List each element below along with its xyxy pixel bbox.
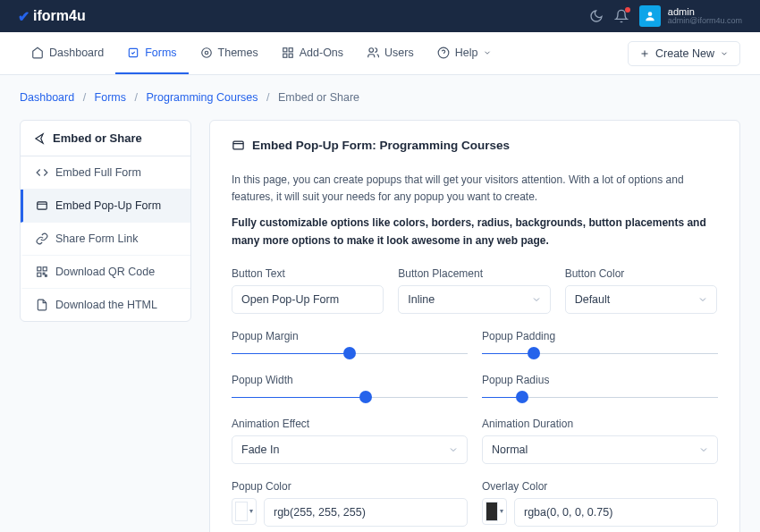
button-text-input[interactable] [232, 285, 384, 314]
svg-rect-4 [283, 47, 286, 51]
svg-rect-19 [233, 141, 243, 149]
popup-icon [232, 139, 245, 152]
button-color-select[interactable]: Default [565, 285, 717, 314]
chevron-down-icon [483, 48, 492, 57]
popup-margin-label: Popup Margin [232, 330, 468, 342]
notifications-icon[interactable] [614, 9, 629, 23]
plus-icon [639, 48, 650, 59]
svg-rect-7 [289, 54, 292, 57]
nav-forms[interactable]: Forms [115, 32, 188, 74]
button-color-label: Button Color [565, 267, 717, 280]
breadcrumb-current: Embed or Share [278, 91, 359, 104]
sidebar-item-embed-full[interactable]: Embed Full Form [21, 156, 190, 190]
logo-mark-icon: ✔ [18, 8, 30, 25]
sidebar-item-qr[interactable]: Download QR Code [21, 256, 190, 289]
notification-dot [625, 7, 630, 13]
nav-users[interactable]: Users [355, 32, 426, 74]
popup-width-slider[interactable] [232, 397, 468, 398]
svg-rect-18 [46, 275, 47, 277]
intro-text-1: In this page, you can create popups that… [232, 172, 718, 206]
svg-point-8 [369, 47, 374, 52]
svg-rect-6 [283, 54, 286, 57]
share-icon [33, 132, 46, 145]
navbar: Dashboard Forms Themes Add-Ons Users Hel… [0, 32, 760, 75]
popup-margin-slider[interactable] [232, 353, 468, 354]
sidebar: Embed or Share Embed Full Form Embed Pop… [20, 120, 191, 322]
popup-color-input[interactable] [264, 498, 468, 527]
intro-text-2: Fully customizable options like colors, … [232, 215, 718, 249]
main-panel: Embed Pop-Up Form: Programming Courses I… [209, 120, 740, 532]
chevron-down-icon [720, 49, 729, 58]
brand-name: iform4u [33, 8, 86, 24]
popup-color-label: Popup Color [232, 480, 468, 493]
popup-padding-label: Popup Padding [482, 330, 718, 342]
svg-point-3 [205, 51, 208, 55]
topbar-right: admin admin@iform4u.com [589, 5, 742, 27]
popup-padding-slider[interactable] [482, 353, 718, 354]
nav-themes[interactable]: Themes [189, 32, 270, 74]
users-icon [367, 46, 379, 59]
overlay-color-label: Overlay Color [482, 480, 718, 493]
caret-down-icon: ▾ [249, 507, 253, 515]
link-icon [36, 232, 48, 245]
sidebar-item-share-link[interactable]: Share Form Link [21, 223, 190, 256]
user-email: admin@iform4u.com [668, 17, 742, 26]
qr-icon [36, 266, 48, 278]
nav-addons[interactable]: Add-Ons [270, 32, 355, 74]
breadcrumb-forms[interactable]: Forms [95, 91, 126, 104]
themes-icon [200, 46, 213, 59]
forms-icon [127, 46, 139, 59]
sidebar-item-html[interactable]: Download the HTML [21, 289, 190, 321]
animation-effect-select[interactable]: Fade In [232, 435, 468, 464]
popup-icon [36, 199, 48, 212]
breadcrumb: Dashboard / Forms / Programming Courses … [20, 91, 740, 104]
sidebar-item-embed-popup[interactable]: Embed Pop-Up Form [21, 190, 190, 223]
overlay-color-swatch[interactable]: ▾ [482, 498, 507, 525]
popup-radius-label: Popup Radius [482, 374, 718, 386]
user-menu[interactable]: admin admin@iform4u.com [639, 5, 742, 27]
topbar: ✔ iform4u admin admin@iform4u.com [0, 0, 760, 32]
animation-duration-select[interactable]: Normal [482, 435, 718, 464]
download-icon [36, 299, 48, 311]
caret-down-icon: ▾ [500, 507, 503, 515]
animation-effect-label: Animation Effect [232, 418, 468, 430]
help-icon [437, 46, 450, 59]
svg-rect-15 [43, 267, 46, 271]
breadcrumb-dashboard[interactable]: Dashboard [20, 91, 74, 104]
svg-rect-5 [289, 47, 292, 51]
logo[interactable]: ✔ iform4u [18, 8, 86, 25]
svg-point-2 [201, 47, 211, 57]
button-placement-label: Button Placement [398, 267, 550, 280]
avatar [639, 5, 661, 27]
theme-toggle-icon[interactable] [589, 9, 604, 23]
create-new-button[interactable]: Create New [628, 41, 740, 66]
home-icon [31, 46, 44, 59]
nav-help[interactable]: Help [426, 32, 504, 74]
nav-dashboard[interactable]: Dashboard [20, 32, 115, 74]
overlay-color-input[interactable] [514, 498, 718, 527]
popup-radius-slider[interactable] [482, 397, 718, 398]
sidebar-header: Embed or Share [21, 121, 190, 156]
svg-rect-14 [38, 267, 41, 271]
popup-color-swatch[interactable]: ▾ [232, 498, 257, 525]
popup-width-label: Popup Width [232, 374, 468, 386]
svg-rect-12 [38, 202, 47, 209]
svg-point-0 [647, 12, 652, 16]
button-text-label: Button Text [232, 267, 384, 280]
button-placement-select[interactable]: Inline [398, 285, 550, 314]
addons-icon [282, 46, 294, 59]
svg-rect-17 [43, 273, 45, 274]
animation-duration-label: Animation Duration [482, 418, 718, 430]
breadcrumb-course[interactable]: Programming Courses [146, 91, 258, 104]
code-icon [36, 166, 48, 179]
page-title: Embed Pop-Up Form: Programming Courses [232, 139, 718, 152]
svg-rect-16 [38, 273, 41, 276]
